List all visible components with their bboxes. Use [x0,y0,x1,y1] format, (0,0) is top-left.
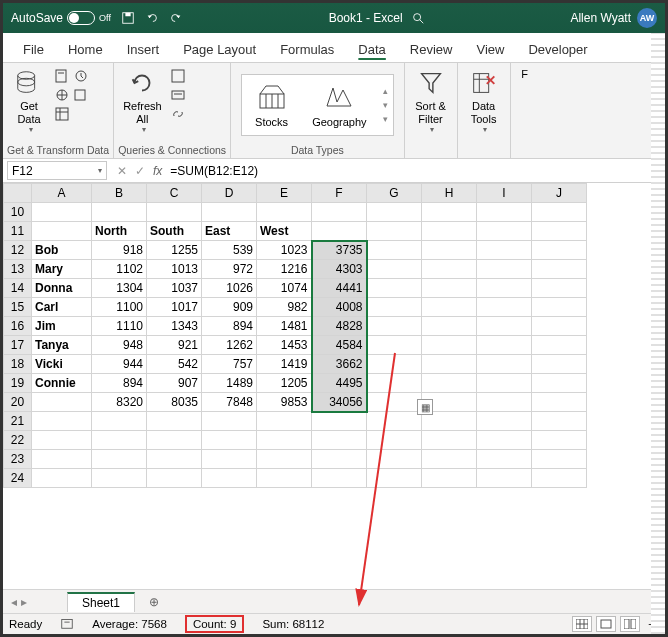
cell-B20[interactable]: 8320 [92,393,147,412]
cell-C20[interactable]: 8035 [147,393,202,412]
cell-H17[interactable] [422,336,477,355]
cell-E22[interactable] [257,431,312,450]
cell-J12[interactable] [532,241,587,260]
cell-I11[interactable] [477,222,532,241]
cell-B12[interactable]: 918 [92,241,147,260]
cell-A24[interactable] [32,469,92,488]
cell-J15[interactable] [532,298,587,317]
cell-B23[interactable] [92,450,147,469]
cell-G22[interactable] [367,431,422,450]
cell-C17[interactable]: 921 [147,336,202,355]
cell-J10[interactable] [532,203,587,222]
cell-J21[interactable] [532,412,587,431]
cell-F10[interactable] [312,203,367,222]
cell-F13[interactable]: 4303 [312,260,367,279]
search-icon[interactable] [411,11,425,25]
cell-I24[interactable] [477,469,532,488]
cell-D15[interactable]: 909 [202,298,257,317]
cell-F20[interactable]: 34056 [312,393,367,412]
cell-A19[interactable]: Connie [32,374,92,393]
forecast-button[interactable]: F [515,66,535,83]
cell-I20[interactable] [477,393,532,412]
cell-J22[interactable] [532,431,587,450]
cell-F15[interactable]: 4008 [312,298,367,317]
cell-G18[interactable] [367,355,422,374]
cell-G24[interactable] [367,469,422,488]
cell-A23[interactable] [32,450,92,469]
get-data-button[interactable]: Get Data ▾ [7,66,51,136]
cell-I17[interactable] [477,336,532,355]
from-text-icon[interactable] [54,68,70,84]
tab-view[interactable]: View [464,38,516,62]
cell-E12[interactable]: 1023 [257,241,312,260]
cell-A16[interactable]: Jim [32,317,92,336]
cell-B13[interactable]: 1102 [92,260,147,279]
page-layout-view-icon[interactable] [596,616,616,632]
formula-input[interactable]: =SUM(B12:E12) [170,164,659,178]
cell-H19[interactable] [422,374,477,393]
from-table-icon[interactable] [54,106,70,122]
tab-insert[interactable]: Insert [115,38,172,62]
cell-B14[interactable]: 1304 [92,279,147,298]
cell-I14[interactable] [477,279,532,298]
cell-B22[interactable] [92,431,147,450]
new-sheet-button[interactable]: ⊕ [145,593,163,611]
cell-B16[interactable]: 1110 [92,317,147,336]
autofill-options-icon[interactable]: ▦ [417,399,433,415]
cell-F12[interactable]: 3735 [312,241,367,260]
cell-D12[interactable]: 539 [202,241,257,260]
cancel-icon[interactable]: ✕ [117,164,127,178]
cell-D20[interactable]: 7848 [202,393,257,412]
row-header-12[interactable]: 12 [4,241,32,260]
cell-C11[interactable]: South [147,222,202,241]
cell-B17[interactable]: 948 [92,336,147,355]
cell-D18[interactable]: 757 [202,355,257,374]
cell-C19[interactable]: 907 [147,374,202,393]
next-sheet-icon[interactable]: ▸ [21,595,27,609]
cell-B18[interactable]: 944 [92,355,147,374]
row-header-10[interactable]: 10 [4,203,32,222]
cell-D22[interactable] [202,431,257,450]
cell-I10[interactable] [477,203,532,222]
cell-H16[interactable] [422,317,477,336]
cell-C18[interactable]: 542 [147,355,202,374]
cell-E14[interactable]: 1074 [257,279,312,298]
cell-C16[interactable]: 1343 [147,317,202,336]
cell-C22[interactable] [147,431,202,450]
cell-G19[interactable] [367,374,422,393]
cell-E18[interactable]: 1419 [257,355,312,374]
page-break-view-icon[interactable] [620,616,640,632]
cell-C15[interactable]: 1017 [147,298,202,317]
cell-H22[interactable] [422,431,477,450]
cell-D16[interactable]: 894 [202,317,257,336]
cell-G14[interactable] [367,279,422,298]
cell-F11[interactable] [312,222,367,241]
cell-H15[interactable] [422,298,477,317]
cell-F19[interactable]: 4495 [312,374,367,393]
cell-A13[interactable]: Mary [32,260,92,279]
recent-sources-icon[interactable] [73,68,89,84]
cell-E20[interactable]: 9853 [257,393,312,412]
cell-D19[interactable]: 1489 [202,374,257,393]
cell-E13[interactable]: 1216 [257,260,312,279]
col-header-E[interactable]: E [257,184,312,203]
cell-H14[interactable] [422,279,477,298]
row-header-16[interactable]: 16 [4,317,32,336]
cell-E10[interactable] [257,203,312,222]
tab-home[interactable]: Home [56,38,115,62]
cell-H12[interactable] [422,241,477,260]
col-header-I[interactable]: I [477,184,532,203]
tab-formulas[interactable]: Formulas [268,38,346,62]
existing-connections-icon[interactable] [73,87,89,103]
cell-J11[interactable] [532,222,587,241]
cell-I12[interactable] [477,241,532,260]
cell-D14[interactable]: 1026 [202,279,257,298]
cell-G11[interactable] [367,222,422,241]
cell-A10[interactable] [32,203,92,222]
cell-J20[interactable] [532,393,587,412]
row-header-23[interactable]: 23 [4,450,32,469]
cell-I15[interactable] [477,298,532,317]
cell-F14[interactable]: 4441 [312,279,367,298]
cell-B11[interactable]: North [92,222,147,241]
cell-H11[interactable] [422,222,477,241]
